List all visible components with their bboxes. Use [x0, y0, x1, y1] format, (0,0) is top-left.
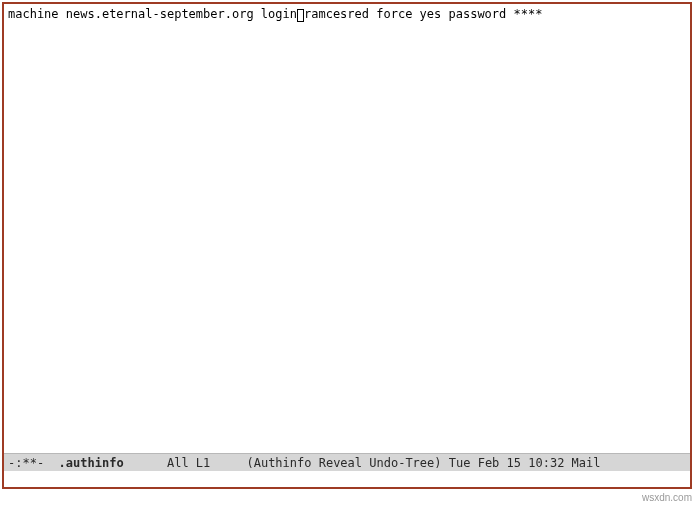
emacs-frame: machine news.eternal-september.org login…	[2, 2, 692, 489]
time-mail-indicator: Tue Feb 15 10:32 Mail	[442, 455, 601, 470]
minibuffer[interactable]	[4, 471, 690, 487]
watermark: wsxdn.com	[642, 492, 692, 503]
text-segment: ramcesred force yes password ****	[304, 7, 542, 21]
modified-indicator: -:**-	[8, 455, 59, 470]
text-segment: machine news.eternal-september.org login	[8, 7, 297, 21]
mode-indicator: (Authinfo Reveal Undo-Tree)	[246, 455, 441, 470]
text-cursor	[297, 9, 304, 22]
mode-line[interactable]: -:**- .authinfo All L1 (Authinfo Reveal …	[4, 453, 690, 471]
position-indicator: All L1	[167, 455, 210, 470]
buffer-name: .authinfo	[59, 455, 124, 470]
spacer	[124, 455, 167, 470]
text-line: machine news.eternal-september.org login…	[8, 7, 542, 21]
spacer	[210, 455, 246, 470]
buffer-area[interactable]: machine news.eternal-september.org login…	[4, 4, 690, 453]
